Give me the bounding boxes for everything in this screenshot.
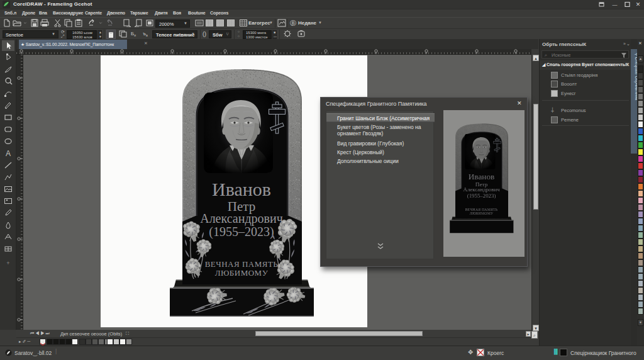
svg-text:ъа: ъа — [143, 31, 148, 37]
svg-text:Би: Би — [131, 31, 136, 37]
svg-text:A: A — [6, 149, 11, 158]
